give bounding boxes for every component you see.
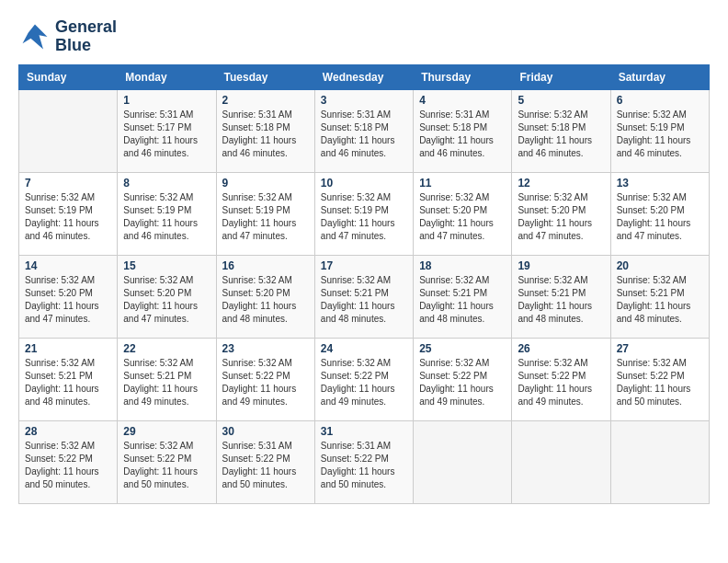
calendar-cell xyxy=(610,420,709,503)
calendar-cell: 12Sunrise: 5:32 AM Sunset: 5:20 PM Dayli… xyxy=(512,172,610,255)
calendar-cell: 26Sunrise: 5:32 AM Sunset: 5:22 PM Dayli… xyxy=(512,338,610,420)
calendar-cell: 28Sunrise: 5:32 AM Sunset: 5:22 PM Dayli… xyxy=(19,420,118,503)
day-detail: Sunrise: 5:32 AM Sunset: 5:21 PM Dayligh… xyxy=(617,274,703,326)
calendar-cell: 20Sunrise: 5:32 AM Sunset: 5:21 PM Dayli… xyxy=(610,255,709,338)
day-number: 14 xyxy=(25,259,111,272)
day-number: 11 xyxy=(419,177,506,190)
day-detail: Sunrise: 5:31 AM Sunset: 5:17 PM Dayligh… xyxy=(123,109,210,160)
calendar-cell: 5Sunrise: 5:32 AM Sunset: 5:18 PM Daylig… xyxy=(512,89,610,172)
calendar-week-row: 14Sunrise: 5:32 AM Sunset: 5:20 PM Dayli… xyxy=(19,255,710,338)
column-header-thursday: Thursday xyxy=(414,64,512,89)
day-detail: Sunrise: 5:32 AM Sunset: 5:20 PM Dayligh… xyxy=(222,274,309,326)
day-detail: Sunrise: 5:32 AM Sunset: 5:22 PM Dayligh… xyxy=(617,357,703,408)
day-detail: Sunrise: 5:32 AM Sunset: 5:21 PM Dayligh… xyxy=(321,274,407,326)
day-detail: Sunrise: 5:32 AM Sunset: 5:19 PM Dayligh… xyxy=(617,109,703,160)
calendar-cell: 7Sunrise: 5:32 AM Sunset: 5:19 PM Daylig… xyxy=(19,172,118,255)
calendar-cell: 14Sunrise: 5:32 AM Sunset: 5:20 PM Dayli… xyxy=(19,255,118,338)
day-detail: Sunrise: 5:32 AM Sunset: 5:22 PM Dayligh… xyxy=(25,440,111,491)
day-detail: Sunrise: 5:32 AM Sunset: 5:19 PM Dayligh… xyxy=(222,191,309,243)
calendar-cell: 31Sunrise: 5:31 AM Sunset: 5:22 PM Dayli… xyxy=(314,420,413,503)
day-number: 16 xyxy=(222,259,309,272)
day-detail: Sunrise: 5:32 AM Sunset: 5:20 PM Dayligh… xyxy=(123,274,210,326)
calendar-cell: 24Sunrise: 5:32 AM Sunset: 5:22 PM Dayli… xyxy=(314,338,413,420)
calendar-cell: 10Sunrise: 5:32 AM Sunset: 5:19 PM Dayli… xyxy=(314,172,413,255)
day-detail: Sunrise: 5:32 AM Sunset: 5:19 PM Dayligh… xyxy=(321,191,407,243)
day-detail: Sunrise: 5:32 AM Sunset: 5:22 PM Dayligh… xyxy=(518,357,604,408)
calendar-cell: 15Sunrise: 5:32 AM Sunset: 5:20 PM Dayli… xyxy=(118,255,216,338)
day-detail: Sunrise: 5:32 AM Sunset: 5:20 PM Dayligh… xyxy=(25,274,111,326)
day-number: 24 xyxy=(321,342,407,355)
column-header-monday: Monday xyxy=(118,64,216,89)
calendar-cell: 22Sunrise: 5:32 AM Sunset: 5:21 PM Dayli… xyxy=(118,338,216,420)
logo: General Blue xyxy=(18,18,117,55)
day-number: 6 xyxy=(617,94,703,107)
calendar-cell: 4Sunrise: 5:31 AM Sunset: 5:18 PM Daylig… xyxy=(414,89,512,172)
column-header-wednesday: Wednesday xyxy=(314,64,413,89)
day-detail: Sunrise: 5:32 AM Sunset: 5:21 PM Dayligh… xyxy=(419,274,506,326)
calendar-cell: 29Sunrise: 5:32 AM Sunset: 5:22 PM Dayli… xyxy=(118,420,216,503)
calendar-week-row: 21Sunrise: 5:32 AM Sunset: 5:21 PM Dayli… xyxy=(19,338,710,420)
day-detail: Sunrise: 5:31 AM Sunset: 5:22 PM Dayligh… xyxy=(222,440,309,491)
column-header-sunday: Sunday xyxy=(19,64,118,89)
calendar-cell: 27Sunrise: 5:32 AM Sunset: 5:22 PM Dayli… xyxy=(610,338,709,420)
day-detail: Sunrise: 5:32 AM Sunset: 5:19 PM Dayligh… xyxy=(25,191,111,243)
day-number: 7 xyxy=(25,177,111,190)
day-number: 25 xyxy=(419,342,506,355)
calendar-cell: 9Sunrise: 5:32 AM Sunset: 5:19 PM Daylig… xyxy=(216,172,314,255)
calendar-cell: 11Sunrise: 5:32 AM Sunset: 5:20 PM Dayli… xyxy=(414,172,512,255)
page-header: General Blue xyxy=(18,18,710,55)
day-number: 28 xyxy=(25,425,111,438)
calendar-cell xyxy=(414,420,512,503)
calendar-cell: 3Sunrise: 5:31 AM Sunset: 5:18 PM Daylig… xyxy=(314,89,413,172)
day-number: 31 xyxy=(321,425,407,438)
logo-icon xyxy=(18,20,51,53)
day-detail: Sunrise: 5:32 AM Sunset: 5:22 PM Dayligh… xyxy=(123,440,210,491)
day-number: 19 xyxy=(518,259,604,272)
calendar-cell: 8Sunrise: 5:32 AM Sunset: 5:19 PM Daylig… xyxy=(118,172,216,255)
calendar-cell: 19Sunrise: 5:32 AM Sunset: 5:21 PM Dayli… xyxy=(512,255,610,338)
day-detail: Sunrise: 5:31 AM Sunset: 5:18 PM Dayligh… xyxy=(419,109,506,160)
day-number: 4 xyxy=(419,94,506,107)
calendar-cell: 23Sunrise: 5:32 AM Sunset: 5:22 PM Dayli… xyxy=(216,338,314,420)
calendar-cell: 25Sunrise: 5:32 AM Sunset: 5:22 PM Dayli… xyxy=(414,338,512,420)
day-number: 21 xyxy=(25,342,111,355)
column-header-friday: Friday xyxy=(512,64,610,89)
day-number: 3 xyxy=(321,94,407,107)
day-number: 12 xyxy=(518,177,604,190)
calendar-cell: 30Sunrise: 5:31 AM Sunset: 5:22 PM Dayli… xyxy=(216,420,314,503)
svg-marker-0 xyxy=(23,24,48,49)
day-number: 30 xyxy=(222,425,309,438)
calendar-cell: 6Sunrise: 5:32 AM Sunset: 5:19 PM Daylig… xyxy=(610,89,709,172)
day-detail: Sunrise: 5:32 AM Sunset: 5:21 PM Dayligh… xyxy=(25,357,111,408)
calendar-cell: 1Sunrise: 5:31 AM Sunset: 5:17 PM Daylig… xyxy=(118,89,216,172)
day-number: 22 xyxy=(123,342,210,355)
day-number: 15 xyxy=(123,259,210,272)
day-number: 8 xyxy=(123,177,210,190)
calendar-week-row: 28Sunrise: 5:32 AM Sunset: 5:22 PM Dayli… xyxy=(19,420,710,503)
day-number: 2 xyxy=(222,94,309,107)
day-detail: Sunrise: 5:32 AM Sunset: 5:19 PM Dayligh… xyxy=(123,191,210,243)
day-detail: Sunrise: 5:32 AM Sunset: 5:22 PM Dayligh… xyxy=(419,357,506,408)
day-detail: Sunrise: 5:32 AM Sunset: 5:20 PM Dayligh… xyxy=(419,191,506,243)
calendar-cell xyxy=(19,89,118,172)
day-number: 23 xyxy=(222,342,309,355)
calendar-cell: 17Sunrise: 5:32 AM Sunset: 5:21 PM Dayli… xyxy=(314,255,413,338)
day-detail: Sunrise: 5:31 AM Sunset: 5:18 PM Dayligh… xyxy=(321,109,407,160)
calendar-header-row: SundayMondayTuesdayWednesdayThursdayFrid… xyxy=(19,64,710,89)
logo-text: General Blue xyxy=(55,18,117,55)
day-number: 20 xyxy=(617,259,703,272)
column-header-tuesday: Tuesday xyxy=(216,64,314,89)
day-detail: Sunrise: 5:32 AM Sunset: 5:22 PM Dayligh… xyxy=(321,357,407,408)
calendar-cell: 21Sunrise: 5:32 AM Sunset: 5:21 PM Dayli… xyxy=(19,338,118,420)
day-detail: Sunrise: 5:31 AM Sunset: 5:22 PM Dayligh… xyxy=(321,440,407,491)
day-number: 13 xyxy=(617,177,703,190)
day-number: 26 xyxy=(518,342,604,355)
day-detail: Sunrise: 5:32 AM Sunset: 5:21 PM Dayligh… xyxy=(518,274,604,326)
day-detail: Sunrise: 5:32 AM Sunset: 5:20 PM Dayligh… xyxy=(518,191,604,243)
day-detail: Sunrise: 5:32 AM Sunset: 5:22 PM Dayligh… xyxy=(222,357,309,408)
calendar-cell: 16Sunrise: 5:32 AM Sunset: 5:20 PM Dayli… xyxy=(216,255,314,338)
day-number: 9 xyxy=(222,177,309,190)
day-number: 17 xyxy=(321,259,407,272)
calendar-cell: 2Sunrise: 5:31 AM Sunset: 5:18 PM Daylig… xyxy=(216,89,314,172)
calendar-table: SundayMondayTuesdayWednesdayThursdayFrid… xyxy=(18,64,710,504)
